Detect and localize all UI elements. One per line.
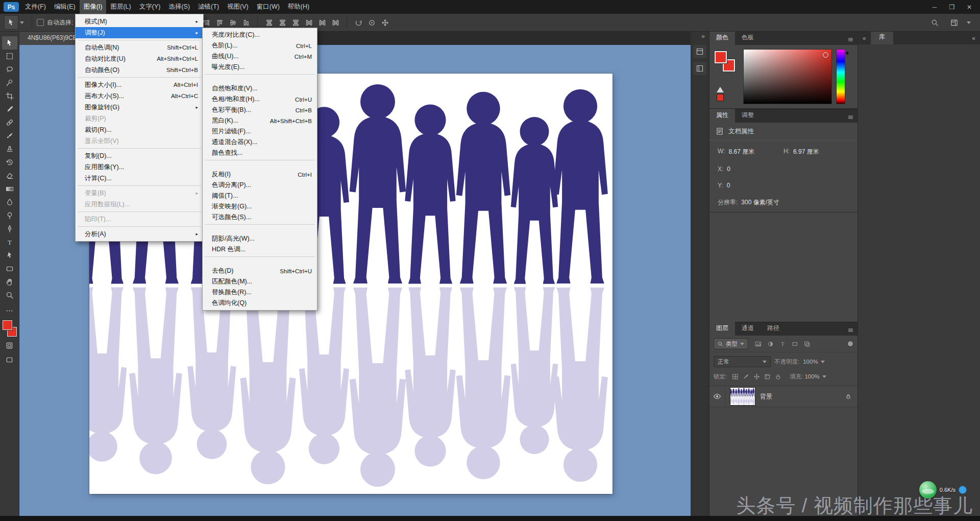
hue-slider[interactable] (836, 49, 845, 104)
lock-move-icon[interactable] (752, 371, 762, 382)
menu-item[interactable]: 色调均化(Q) ▸ (203, 298, 317, 309)
menu-bar-item[interactable]: 编辑(E) (50, 0, 80, 14)
menu-item[interactable]: 色相/饱和度(H)... Ctrl+U ▸ (203, 94, 317, 105)
panel-tab[interactable]: 色板 (735, 31, 761, 45)
tool-preset-caret-icon[interactable] (20, 21, 24, 24)
menu-item[interactable]: 自动对比度(U) Alt+Shift+Ctrl+L ▸ (76, 53, 203, 64)
menu-item[interactable]: 分析(A) ▸ (76, 228, 203, 240)
menu-item[interactable]: 自动色调(N) Shift+Ctrl+L ▸ (76, 42, 203, 53)
menu-item[interactable]: 阈值(T)... ▸ (203, 191, 317, 201)
toolbar-tool[interactable] (2, 116, 17, 129)
menu-bar-item[interactable]: 图像(I) (80, 0, 107, 14)
close-button[interactable]: ✕ (961, 0, 978, 14)
menu-item[interactable]: 色彩平衡(B)... Ctrl+B ▸ (203, 105, 317, 115)
expand-panels-icon[interactable]: » (697, 31, 709, 41)
gamut-warning[interactable] (717, 87, 724, 101)
menu-item[interactable]: 变量(B) ▸ (76, 187, 203, 199)
menu-bar-item[interactable]: 图层(L) (106, 0, 135, 14)
menu-item[interactable]: 可选颜色(S)... ▸ (203, 212, 317, 223)
menu-item[interactable]: 裁切(R)... ▸ (76, 124, 203, 135)
menu-item[interactable]: 匹配颜色(M)... ▸ (203, 276, 317, 287)
panel-tab[interactable]: 通道 (735, 321, 761, 336)
menu-item[interactable]: 曲线(U)... Ctrl+M ▸ (203, 51, 317, 62)
menu-item[interactable]: 通道混合器(X)... ▸ (203, 137, 317, 148)
shape-layer-icon[interactable] (789, 339, 800, 349)
menu-item[interactable]: ▸ (76, 76, 203, 79)
toolbar-tool[interactable] (2, 196, 17, 209)
collapse-panels-icon[interactable]: « (967, 35, 980, 44)
menu-bar-item[interactable]: 选择(S) (164, 0, 194, 14)
panel-tab[interactable]: 图层 (709, 321, 735, 336)
assistant-dot-icon[interactable] (959, 486, 967, 494)
pan-3d-icon[interactable] (378, 16, 391, 29)
distribute-v-icon[interactable] (276, 16, 289, 29)
toolbar-tool[interactable] (2, 63, 17, 76)
toolbar-tool[interactable] (2, 169, 17, 182)
toolbar-tool[interactable] (2, 249, 17, 262)
blend-mode-select[interactable]: 正常 (714, 356, 771, 367)
menu-item[interactable]: 照片滤镜(F)... ▸ (203, 126, 317, 137)
menu-item[interactable]: 应用数据组(L)... ▸ (76, 199, 203, 210)
menu-item[interactable]: 显示全部(V) ▸ (76, 135, 203, 147)
layer-row[interactable]: 背景 (709, 386, 857, 407)
speed-ball-icon[interactable] (919, 481, 937, 499)
rotate-3d-icon[interactable] (352, 16, 365, 29)
distribute-v-icon[interactable] (289, 16, 302, 29)
align-middle-icon[interactable] (226, 16, 239, 29)
lock-transparent-icon[interactable] (730, 371, 740, 382)
toolbar-tool[interactable] (2, 275, 17, 289)
foreground-color-swatch[interactable] (715, 51, 727, 63)
panel-generic-icon-1[interactable] (693, 45, 706, 58)
toolbar-tool[interactable] (2, 76, 17, 89)
toolbar-tool[interactable] (2, 182, 17, 196)
distribute-h-icon[interactable] (315, 16, 329, 29)
maximize-button[interactable]: ❐ (943, 0, 961, 14)
menu-item[interactable]: 渐变映射(G)... ▸ (203, 201, 317, 212)
smart-layer-icon[interactable] (801, 339, 813, 349)
menu-item[interactable]: 裁剪(P) ▸ (76, 113, 203, 124)
toolbar-tool[interactable] (2, 143, 17, 156)
type-layer-icon[interactable]: T (777, 339, 788, 349)
panel-tab[interactable]: 属性 (709, 108, 735, 123)
menu-item[interactable]: 图像旋转(G) ▸ (76, 102, 203, 113)
menu-item[interactable]: 陷印(T)... ▸ (76, 214, 203, 225)
menu-item[interactable]: 计算(C)... ▸ (76, 173, 203, 184)
layer-visibility-toggle[interactable] (709, 386, 725, 407)
menu-item[interactable]: ▸ (76, 225, 203, 228)
edit-toolbar-icon[interactable] (2, 305, 17, 316)
toolbar-tool[interactable] (2, 129, 17, 143)
hue-marker-icon[interactable] (845, 51, 848, 55)
search-icon[interactable] (928, 16, 941, 29)
toolbar-tool[interactable] (2, 209, 17, 222)
menu-item[interactable]: ▸ (76, 210, 203, 214)
workspace-caret-icon[interactable] (967, 21, 971, 24)
menu-item[interactable]: 曝光度(E)... ▸ (203, 62, 317, 73)
menu-item[interactable]: 复制(D)... ▸ (76, 150, 203, 161)
saturation-brightness-field[interactable] (743, 49, 832, 104)
toolbar-tool[interactable] (2, 156, 17, 169)
menu-item[interactable]: ▸ (76, 147, 203, 150)
foreground-background-swatches[interactable] (2, 320, 17, 337)
toolbar-tool[interactable] (2, 262, 17, 275)
menu-item[interactable]: 自动颜色(O) Shift+Ctrl+B ▸ (76, 64, 203, 76)
workspace-icon[interactable] (947, 16, 961, 29)
screen-mode-icon[interactable] (2, 354, 17, 365)
quick-mask-icon[interactable] (2, 340, 17, 351)
pixel-layer-icon[interactable] (752, 339, 764, 349)
menu-item[interactable]: ▸ (203, 223, 317, 233)
align-top-icon[interactable] (213, 16, 226, 29)
toolbar-tool[interactable] (2, 222, 17, 235)
panel-menu-icon[interactable] (843, 324, 857, 336)
lock-icon[interactable] (773, 371, 783, 382)
menu-item[interactable]: 调整(J) ▸ (76, 27, 203, 38)
menu-item[interactable]: ▸ (76, 184, 203, 187)
network-speed-widget[interactable]: 0.6K/s (919, 481, 967, 499)
panel-menu-icon[interactable] (843, 34, 857, 45)
panel-tab[interactable]: 调整 (735, 108, 761, 123)
menu-item[interactable]: HDR 色调... ▸ (203, 244, 317, 255)
fill-value[interactable]: 100% (804, 373, 826, 380)
menu-item[interactable]: 自然饱和度(V)... ▸ (203, 83, 317, 94)
toolbar-tool[interactable]: T (2, 235, 17, 249)
menu-item[interactable]: 应用图像(Y)... ▸ (76, 161, 203, 173)
adjust-layer-icon[interactable] (765, 339, 776, 349)
